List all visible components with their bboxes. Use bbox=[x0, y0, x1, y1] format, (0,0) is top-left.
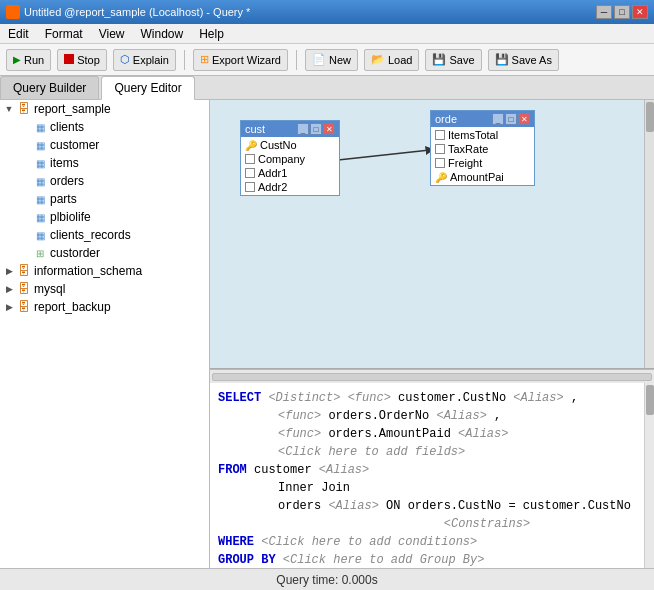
diagram-table-customer-btns[interactable]: _ □ ✕ bbox=[297, 123, 335, 135]
main-content: ▼ 🗄 report_sample ▦ clients ▦ customer bbox=[0, 100, 654, 568]
explain-button[interactable]: ⬡ Explain bbox=[113, 49, 176, 71]
click-add-groupby[interactable]: <Click here to add Group By> bbox=[283, 553, 485, 567]
sql-groupby-line: GROUP BY <Click here to add Group By> bbox=[218, 551, 636, 568]
field-checkbox[interactable] bbox=[435, 144, 445, 154]
sql-content[interactable]: SELECT <Distinct> <func> customer.CustNo… bbox=[210, 383, 644, 568]
sql-scroll-thumb[interactable] bbox=[646, 385, 654, 415]
diagram-field-addr2[interactable]: Addr2 bbox=[241, 180, 339, 194]
table1-alias[interactable]: <Alias> bbox=[319, 463, 369, 477]
diagram-field-custno[interactable]: 🔑 CustNo bbox=[241, 138, 339, 152]
sidebar-item-orders[interactable]: ▦ orders bbox=[0, 172, 209, 190]
sql-area[interactable]: SELECT <Distinct> <func> customer.CustNo… bbox=[210, 383, 654, 568]
diagram-area[interactable]: cust _ □ ✕ 🔑 CustNo Company bbox=[210, 100, 654, 369]
menu-format[interactable]: Format bbox=[41, 27, 87, 41]
sidebar-item-report-backup[interactable]: ▶ 🗄 report_backup bbox=[0, 298, 209, 316]
diagram-table-orders-name: orde bbox=[435, 113, 457, 125]
diagram-field-taxrate[interactable]: TaxRate bbox=[431, 142, 534, 156]
constrains-hint[interactable]: <Constrains> bbox=[444, 517, 530, 531]
load-button[interactable]: 📂 Load bbox=[364, 49, 419, 71]
field-checkbox[interactable] bbox=[435, 158, 445, 168]
field-checkbox[interactable] bbox=[245, 168, 255, 178]
scroll-thumb[interactable] bbox=[646, 102, 654, 132]
distinct-hint[interactable]: <Distinct> bbox=[268, 391, 340, 405]
database-icon: 🗄 bbox=[17, 264, 31, 278]
groupby-keyword: GROUP BY bbox=[218, 553, 276, 567]
sidebar-item-parts[interactable]: ▦ parts bbox=[0, 190, 209, 208]
expand-icon bbox=[20, 210, 30, 224]
alias-hint[interactable]: <Alias> bbox=[513, 391, 563, 405]
diagram-table-orders-maximize-btn[interactable]: □ bbox=[505, 113, 517, 125]
menu-help[interactable]: Help bbox=[195, 27, 228, 41]
load-label: Load bbox=[388, 54, 412, 66]
click-add-conditions1[interactable]: <Click here to add conditions> bbox=[261, 535, 477, 549]
tab-query-builder[interactable]: Query Builder bbox=[0, 76, 99, 99]
menu-view[interactable]: View bbox=[95, 27, 129, 41]
window-controls[interactable]: ─ □ ✕ bbox=[596, 5, 648, 19]
stop-button[interactable]: Stop bbox=[57, 49, 107, 71]
database-icon: 🗄 bbox=[17, 282, 31, 296]
run-button[interactable]: ▶ Run bbox=[6, 49, 51, 71]
expand-icon bbox=[20, 156, 30, 170]
key-icon: 🔑 bbox=[435, 172, 447, 183]
diagram-table-orders[interactable]: orde _ □ ✕ ItemsTotal TaxRate bbox=[430, 110, 535, 186]
field-checkbox[interactable] bbox=[245, 154, 255, 164]
sql-field3: orders.AmountPaid bbox=[328, 427, 458, 441]
tab-query-editor[interactable]: Query Editor bbox=[101, 76, 194, 100]
horiz-scroll-inner[interactable] bbox=[212, 373, 652, 381]
diagram-field-addr1[interactable]: Addr1 bbox=[241, 166, 339, 180]
table2-alias[interactable]: <Alias> bbox=[328, 499, 378, 513]
maximize-button[interactable]: □ bbox=[614, 5, 630, 19]
func-hint[interactable]: <func> bbox=[348, 391, 391, 405]
func-hint2[interactable]: <func> bbox=[278, 409, 321, 423]
stop-icon bbox=[64, 54, 74, 66]
sql-field1: customer.CustNo bbox=[398, 391, 513, 405]
diagram-field-amountpaid[interactable]: 🔑 AmountPai bbox=[431, 170, 534, 184]
diagram-scrollbar[interactable] bbox=[644, 100, 654, 368]
sidebar-item-report-sample[interactable]: ▼ 🗄 report_sample bbox=[0, 100, 209, 118]
sidebar-item-clients-records[interactable]: ▦ clients_records bbox=[0, 226, 209, 244]
sidebar-item-label: items bbox=[50, 156, 79, 170]
alias-hint2[interactable]: <Alias> bbox=[436, 409, 486, 423]
menu-window[interactable]: Window bbox=[137, 27, 188, 41]
sql-click-fields-line[interactable]: <Click here to add fields> bbox=[218, 443, 636, 461]
field-name: TaxRate bbox=[448, 143, 488, 155]
minimize-button[interactable]: ─ bbox=[596, 5, 612, 19]
field-checkbox[interactable] bbox=[245, 182, 255, 192]
diagram-table-customer-close-btn[interactable]: ✕ bbox=[323, 123, 335, 135]
stop-label: Stop bbox=[77, 54, 100, 66]
sidebar-item-clients[interactable]: ▦ clients bbox=[0, 118, 209, 136]
saveas-button[interactable]: 💾 Save As bbox=[488, 49, 559, 71]
sidebar-item-information-schema[interactable]: ▶ 🗄 information_schema bbox=[0, 262, 209, 280]
new-button[interactable]: 📄 New bbox=[305, 49, 358, 71]
close-button[interactable]: ✕ bbox=[632, 5, 648, 19]
export-wizard-button[interactable]: ⊞ Export Wizard bbox=[193, 49, 288, 71]
diagram-field-freight[interactable]: Freight bbox=[431, 156, 534, 170]
sidebar-item-customer[interactable]: ▦ customer bbox=[0, 136, 209, 154]
sidebar[interactable]: ▼ 🗄 report_sample ▦ clients ▦ customer bbox=[0, 100, 210, 568]
sidebar-item-mysql[interactable]: ▶ 🗄 mysql bbox=[0, 280, 209, 298]
menu-edit[interactable]: Edit bbox=[4, 27, 33, 41]
sql-constrains-line[interactable]: <Constrains> bbox=[218, 515, 636, 533]
diagram-field-company[interactable]: Company bbox=[241, 152, 339, 166]
sidebar-item-plbiolife[interactable]: ▦ plbiolife bbox=[0, 208, 209, 226]
explain-label: Explain bbox=[133, 54, 169, 66]
alias-hint3[interactable]: <Alias> bbox=[458, 427, 508, 441]
diagram-table-orders-btns[interactable]: _ □ ✕ bbox=[492, 113, 530, 125]
sidebar-item-custorder[interactable]: ⊞ custorder bbox=[0, 244, 209, 262]
click-add-fields[interactable]: <Click here to add fields> bbox=[278, 445, 465, 459]
horiz-scroll[interactable] bbox=[210, 369, 654, 383]
status-text: Query time: 0.000s bbox=[276, 573, 377, 587]
tab-query-builder-label: Query Builder bbox=[13, 81, 86, 95]
diagram-table-customer-maximize-btn[interactable]: □ bbox=[310, 123, 322, 135]
sidebar-item-items[interactable]: ▦ items bbox=[0, 154, 209, 172]
diagram-table-customer[interactable]: cust _ □ ✕ 🔑 CustNo Company bbox=[240, 120, 340, 196]
field-checkbox[interactable] bbox=[435, 130, 445, 140]
sidebar-item-label: plbiolife bbox=[50, 210, 91, 224]
func-hint3[interactable]: <func> bbox=[278, 427, 321, 441]
diagram-table-orders-close-btn[interactable]: ✕ bbox=[518, 113, 530, 125]
save-button[interactable]: 💾 Save bbox=[425, 49, 481, 71]
diagram-field-itemstotal[interactable]: ItemsTotal bbox=[431, 128, 534, 142]
diagram-table-orders-minimize-btn[interactable]: _ bbox=[492, 113, 504, 125]
diagram-table-customer-minimize-btn[interactable]: _ bbox=[297, 123, 309, 135]
sql-right-scroll[interactable] bbox=[644, 383, 654, 568]
